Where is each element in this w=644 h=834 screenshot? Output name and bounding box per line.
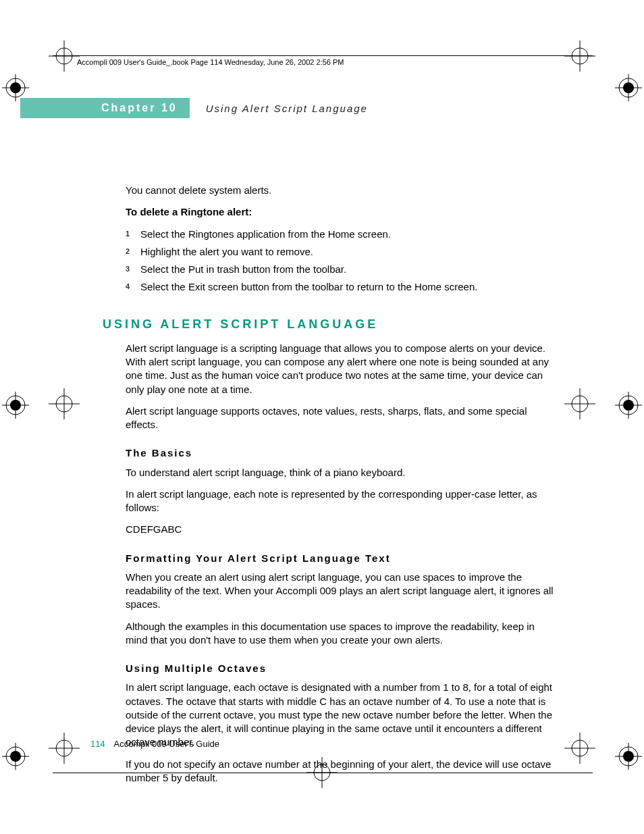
- intro-paragraph: You cannot delete system alerts.: [126, 184, 558, 197]
- basics-notes: CDEFGABC: [126, 523, 558, 536]
- registration-mark-icon: [615, 743, 642, 770]
- subheading-octaves: Using Multiple Octaves: [126, 662, 558, 675]
- chapter-badge: Chapter 10: [20, 98, 190, 118]
- crosshair-mark-icon: [564, 41, 595, 74]
- basics-paragraph: In alert script language, each note is r…: [126, 488, 558, 515]
- crosshair-mark-icon: [306, 757, 338, 791]
- registration-mark-icon: [615, 392, 642, 419]
- registration-mark-icon: [2, 392, 29, 419]
- section-heading-alert-script: USING ALERT SCRIPT LANGUAGE: [103, 316, 558, 332]
- page-content: You cannot delete system alerts. To dele…: [126, 184, 558, 793]
- crosshair-mark-icon: [49, 388, 80, 422]
- crosshair-mark-icon: [564, 388, 595, 422]
- footer-title: Accompli 009 User's Guide: [114, 739, 219, 749]
- formatting-paragraph: Although the examples in this documentat…: [126, 620, 558, 648]
- list-item: 4Select the Exit screen button from the …: [126, 280, 558, 294]
- registration-mark-icon: [2, 743, 29, 770]
- hairline-top: [53, 55, 593, 56]
- chapter-label: Chapter 10: [101, 102, 178, 114]
- basics-paragraph: To understand alert script language, thi…: [126, 466, 558, 479]
- octaves-paragraph: If you do not specify an octave number a…: [126, 758, 558, 785]
- crosshair-mark-icon: [49, 41, 80, 74]
- crosshair-mark-icon: [49, 733, 80, 766]
- subheading-formatting: Formatting Your Alert Script Language Te…: [126, 552, 558, 565]
- subheading-basics: The Basics: [126, 446, 558, 460]
- print-header: Accompli 009 User's Guide_.book Page 114…: [77, 58, 344, 66]
- delete-ringtone-heading: To delete a Ringtone alert:: [126, 205, 558, 219]
- formatting-paragraph: When you create an alert using alert scr…: [126, 571, 558, 612]
- list-item: 3Select the Put in trash button from the…: [126, 263, 558, 276]
- page-footer: 114 Accompli 009 User's Guide: [90, 739, 219, 749]
- registration-mark-icon: [615, 74, 642, 101]
- list-item: 2Highlight the alert you want to remove.: [126, 245, 558, 259]
- page-number: 114: [90, 739, 105, 749]
- delete-steps-list: 1Select the Ringtones application from t…: [126, 228, 558, 294]
- registration-mark-icon: [2, 74, 29, 101]
- section-paragraph: Alert script language is a scripting lan…: [126, 342, 558, 396]
- chapter-title: Using Alert Script Language: [206, 103, 368, 114]
- crosshair-mark-icon: [564, 733, 595, 766]
- chapter-bar: Chapter 10 Using Alert Script Language: [20, 98, 368, 118]
- section-paragraph: Alert script language supports octaves, …: [126, 405, 558, 432]
- list-item: 1Select the Ringtones application from t…: [126, 228, 558, 241]
